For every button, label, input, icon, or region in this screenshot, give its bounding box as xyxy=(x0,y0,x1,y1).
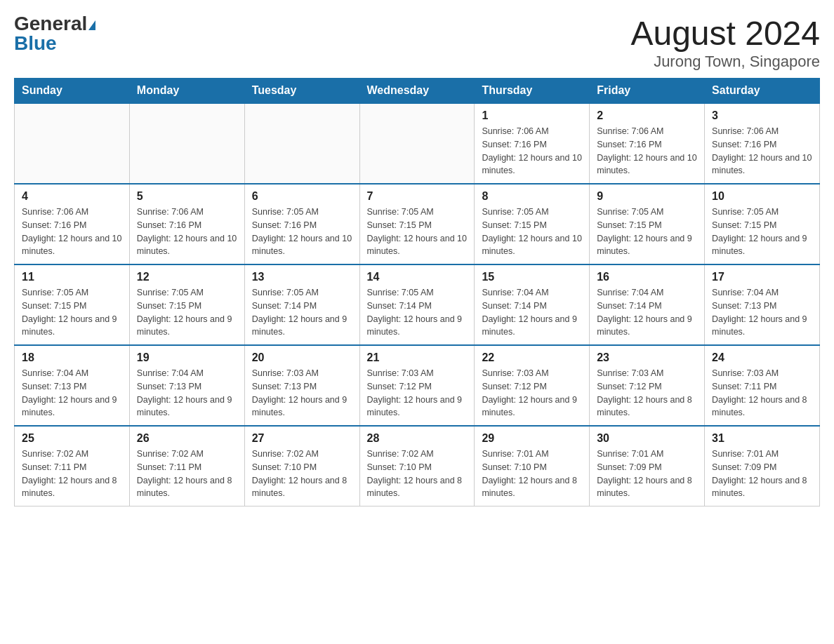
day-info: Sunrise: 7:03 AM Sunset: 7:12 PM Dayligh… xyxy=(367,367,468,420)
calendar-cell: 5Sunrise: 7:06 AM Sunset: 7:16 PM Daylig… xyxy=(129,184,244,264)
day-info: Sunrise: 7:03 AM Sunset: 7:11 PM Dayligh… xyxy=(712,367,812,420)
day-info: Sunrise: 7:05 AM Sunset: 7:14 PM Dayligh… xyxy=(252,286,352,339)
day-number: 18 xyxy=(22,351,122,364)
calendar-cell: 31Sunrise: 7:01 AM Sunset: 7:09 PM Dayli… xyxy=(705,426,820,507)
day-info: Sunrise: 7:06 AM Sunset: 7:16 PM Dayligh… xyxy=(22,206,122,258)
calendar-cell xyxy=(244,103,359,184)
calendar-cell: 1Sunrise: 7:06 AM Sunset: 7:16 PM Daylig… xyxy=(475,103,590,184)
day-number: 8 xyxy=(482,190,582,203)
calendar-cell: 11Sunrise: 7:05 AM Sunset: 7:15 PM Dayli… xyxy=(15,264,130,345)
logo-general-text: General xyxy=(14,13,87,34)
day-info: Sunrise: 7:05 AM Sunset: 7:16 PM Dayligh… xyxy=(252,206,352,258)
day-number: 28 xyxy=(367,432,468,445)
calendar-cell: 14Sunrise: 7:05 AM Sunset: 7:14 PM Dayli… xyxy=(359,264,475,345)
day-number: 20 xyxy=(252,351,352,364)
week-row-2: 4Sunrise: 7:06 AM Sunset: 7:16 PM Daylig… xyxy=(15,184,820,264)
calendar-cell: 22Sunrise: 7:03 AM Sunset: 7:12 PM Dayli… xyxy=(475,345,590,426)
calendar-cell: 16Sunrise: 7:04 AM Sunset: 7:14 PM Dayli… xyxy=(590,264,705,345)
day-info: Sunrise: 7:03 AM Sunset: 7:12 PM Dayligh… xyxy=(482,367,582,420)
day-info: Sunrise: 7:04 AM Sunset: 7:13 PM Dayligh… xyxy=(137,367,237,420)
day-info: Sunrise: 7:05 AM Sunset: 7:15 PM Dayligh… xyxy=(137,286,237,339)
day-number: 30 xyxy=(597,432,697,445)
day-info: Sunrise: 7:01 AM Sunset: 7:10 PM Dayligh… xyxy=(482,448,582,500)
day-number: 4 xyxy=(22,190,122,203)
logo-triangle-icon xyxy=(88,20,95,30)
calendar-cell xyxy=(129,103,244,184)
calendar-cell: 13Sunrise: 7:05 AM Sunset: 7:14 PM Dayli… xyxy=(244,264,359,345)
calendar-cell: 29Sunrise: 7:01 AM Sunset: 7:10 PM Dayli… xyxy=(475,426,590,507)
day-info: Sunrise: 7:06 AM Sunset: 7:16 PM Dayligh… xyxy=(137,206,237,258)
day-info: Sunrise: 7:02 AM Sunset: 7:11 PM Dayligh… xyxy=(137,448,237,500)
calendar-header-row: SundayMondayTuesdayWednesdayThursdayFrid… xyxy=(15,79,820,104)
day-number: 14 xyxy=(367,271,468,283)
day-number: 26 xyxy=(137,432,237,445)
day-number: 25 xyxy=(22,432,122,445)
day-number: 10 xyxy=(712,190,812,203)
day-number: 21 xyxy=(367,351,468,364)
day-info: Sunrise: 7:02 AM Sunset: 7:10 PM Dayligh… xyxy=(367,448,468,500)
week-row-5: 25Sunrise: 7:02 AM Sunset: 7:11 PM Dayli… xyxy=(15,426,820,507)
calendar-header-monday: Monday xyxy=(129,79,244,104)
day-number: 19 xyxy=(137,351,237,364)
calendar-cell: 27Sunrise: 7:02 AM Sunset: 7:10 PM Dayli… xyxy=(244,426,359,507)
day-info: Sunrise: 7:02 AM Sunset: 7:10 PM Dayligh… xyxy=(252,448,352,500)
day-number: 12 xyxy=(137,271,237,283)
calendar-cell: 4Sunrise: 7:06 AM Sunset: 7:16 PM Daylig… xyxy=(15,184,130,264)
calendar-cell: 23Sunrise: 7:03 AM Sunset: 7:12 PM Dayli… xyxy=(590,345,705,426)
day-number: 22 xyxy=(482,351,582,364)
week-row-1: 1Sunrise: 7:06 AM Sunset: 7:16 PM Daylig… xyxy=(15,103,820,184)
day-info: Sunrise: 7:04 AM Sunset: 7:14 PM Dayligh… xyxy=(482,286,582,339)
week-row-3: 11Sunrise: 7:05 AM Sunset: 7:15 PM Dayli… xyxy=(15,264,820,345)
day-info: Sunrise: 7:01 AM Sunset: 7:09 PM Dayligh… xyxy=(712,448,812,500)
calendar-cell: 7Sunrise: 7:05 AM Sunset: 7:15 PM Daylig… xyxy=(359,184,475,264)
week-row-4: 18Sunrise: 7:04 AM Sunset: 7:13 PM Dayli… xyxy=(15,345,820,426)
calendar-cell: 30Sunrise: 7:01 AM Sunset: 7:09 PM Dayli… xyxy=(590,426,705,507)
day-number: 16 xyxy=(597,271,697,283)
calendar-table: SundayMondayTuesdayWednesdayThursdayFrid… xyxy=(14,78,820,507)
day-info: Sunrise: 7:06 AM Sunset: 7:16 PM Dayligh… xyxy=(597,125,697,177)
day-info: Sunrise: 7:05 AM Sunset: 7:15 PM Dayligh… xyxy=(22,286,122,339)
day-info: Sunrise: 7:04 AM Sunset: 7:14 PM Dayligh… xyxy=(597,286,697,339)
calendar-header-tuesday: Tuesday xyxy=(244,79,359,104)
month-title: August 2024 xyxy=(630,14,820,53)
day-info: Sunrise: 7:05 AM Sunset: 7:15 PM Dayligh… xyxy=(482,206,582,258)
calendar-cell xyxy=(15,103,130,184)
calendar-cell: 2Sunrise: 7:06 AM Sunset: 7:16 PM Daylig… xyxy=(590,103,705,184)
calendar-cell xyxy=(359,103,475,184)
day-info: Sunrise: 7:04 AM Sunset: 7:13 PM Dayligh… xyxy=(712,286,812,339)
page-header: General Blue August 2024 Jurong Town, Si… xyxy=(14,14,820,71)
calendar-cell: 19Sunrise: 7:04 AM Sunset: 7:13 PM Dayli… xyxy=(129,345,244,426)
day-number: 6 xyxy=(252,190,352,203)
day-number: 11 xyxy=(22,271,122,283)
location-subtitle: Jurong Town, Singapore xyxy=(630,53,820,71)
calendar-cell: 12Sunrise: 7:05 AM Sunset: 7:15 PM Dayli… xyxy=(129,264,244,345)
day-number: 5 xyxy=(137,190,237,203)
calendar-header-friday: Friday xyxy=(590,79,705,104)
day-number: 9 xyxy=(597,190,697,203)
day-info: Sunrise: 7:05 AM Sunset: 7:15 PM Dayligh… xyxy=(712,206,812,258)
calendar-header-saturday: Saturday xyxy=(705,79,820,104)
calendar-header-wednesday: Wednesday xyxy=(359,79,475,104)
day-info: Sunrise: 7:01 AM Sunset: 7:09 PM Dayligh… xyxy=(597,448,697,500)
calendar-cell: 18Sunrise: 7:04 AM Sunset: 7:13 PM Dayli… xyxy=(15,345,130,426)
day-number: 3 xyxy=(712,109,812,122)
day-number: 23 xyxy=(597,351,697,364)
day-number: 24 xyxy=(712,351,812,364)
calendar-header-thursday: Thursday xyxy=(475,79,590,104)
calendar-cell: 15Sunrise: 7:04 AM Sunset: 7:14 PM Dayli… xyxy=(475,264,590,345)
calendar-cell: 10Sunrise: 7:05 AM Sunset: 7:15 PM Dayli… xyxy=(705,184,820,264)
calendar-cell: 6Sunrise: 7:05 AM Sunset: 7:16 PM Daylig… xyxy=(244,184,359,264)
day-number: 29 xyxy=(482,432,582,445)
calendar-cell: 24Sunrise: 7:03 AM Sunset: 7:11 PM Dayli… xyxy=(705,345,820,426)
day-number: 17 xyxy=(712,271,812,283)
calendar-cell: 20Sunrise: 7:03 AM Sunset: 7:13 PM Dayli… xyxy=(244,345,359,426)
day-number: 31 xyxy=(712,432,812,445)
day-info: Sunrise: 7:03 AM Sunset: 7:13 PM Dayligh… xyxy=(252,367,352,420)
day-number: 15 xyxy=(482,271,582,283)
logo: General Blue xyxy=(14,14,95,53)
calendar-cell: 28Sunrise: 7:02 AM Sunset: 7:10 PM Dayli… xyxy=(359,426,475,507)
calendar-cell: 21Sunrise: 7:03 AM Sunset: 7:12 PM Dayli… xyxy=(359,345,475,426)
calendar-cell: 9Sunrise: 7:05 AM Sunset: 7:15 PM Daylig… xyxy=(590,184,705,264)
day-info: Sunrise: 7:06 AM Sunset: 7:16 PM Dayligh… xyxy=(712,125,812,177)
calendar-cell: 17Sunrise: 7:04 AM Sunset: 7:13 PM Dayli… xyxy=(705,264,820,345)
